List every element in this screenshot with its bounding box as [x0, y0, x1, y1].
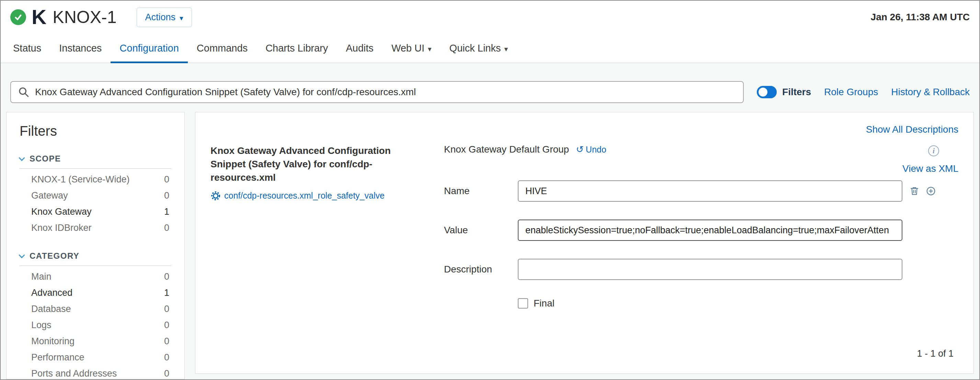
gear-icon — [210, 191, 221, 201]
filter-item-advanced[interactable]: Advanced 1 — [19, 285, 171, 301]
config-property-row: Knox Gateway Advanced Configuration Snip… — [210, 144, 958, 309]
property-title: Knox Gateway Advanced Configuration Snip… — [210, 144, 414, 185]
filter-section-scope-header[interactable]: SCOPE — [19, 154, 171, 164]
toggle-knob — [759, 88, 767, 97]
config-toolbar: Filters Role Groups History & Rollback — [1, 63, 979, 112]
name-row-actions — [909, 186, 936, 196]
tab-status[interactable]: Status — [4, 34, 50, 62]
filter-item-knox-idbroker[interactable]: Knox IDBroker 0 — [19, 220, 171, 236]
tab-audits[interactable]: Audits — [337, 34, 382, 62]
chevron-down-icon — [19, 252, 25, 258]
search-icon — [18, 86, 30, 99]
tab-bar: Status Instances Configuration Commands … — [1, 34, 979, 63]
add-entry-icon[interactable] — [926, 186, 936, 196]
undo-icon: ↺ — [576, 145, 584, 154]
tab-instances[interactable]: Instances — [50, 34, 111, 62]
divider — [19, 168, 171, 169]
filter-section-category: CATEGORY Main 0 Advanced 1 Database 0 — [19, 251, 171, 379]
chevron-down-icon: ▾ — [504, 44, 508, 53]
role-groups-link[interactable]: Role Groups — [824, 86, 878, 97]
name-field-row: Name — [444, 180, 958, 202]
name-input[interactable] — [518, 180, 902, 202]
filter-item-performance[interactable]: Performance 0 — [19, 350, 171, 366]
tab-web-ui[interactable]: Web UI ▾ — [382, 34, 441, 62]
knox-logo-icon: K — [32, 7, 46, 27]
value-field-row: Value — [444, 220, 958, 241]
value-label: Value — [444, 225, 518, 236]
cloudera-manager-window: K KNOX-1 Actions ▾ Jan 26, 11:38 AM UTC … — [0, 0, 980, 380]
config-panel: Show All Descriptions Knox Gateway Advan… — [195, 112, 974, 374]
filters-toggle-label: Filters — [782, 86, 811, 97]
tab-charts-library[interactable]: Charts Library — [256, 34, 337, 62]
property-key-row: conf/cdp-resources.xml_role_safety_valve — [210, 191, 414, 201]
description-input[interactable] — [518, 259, 902, 280]
description-field-row: Description — [444, 259, 958, 280]
chevron-down-icon: ▾ — [428, 44, 432, 53]
delete-entry-icon[interactable] — [909, 186, 920, 196]
filter-item-ports-and-addresses[interactable]: Ports and Addresses 0 — [19, 366, 171, 379]
chevron-down-icon: ▾ — [180, 13, 183, 22]
tab-quick-links[interactable]: Quick Links ▾ — [441, 34, 517, 62]
page-title: KNOX-1 — [52, 7, 116, 27]
filter-item-knox-gateway[interactable]: Knox Gateway 1 — [19, 204, 171, 220]
filter-section-category-header[interactable]: CATEGORY — [19, 251, 171, 261]
description-label: Description — [444, 264, 518, 275]
final-checkbox[interactable] — [518, 298, 528, 308]
search-input[interactable] — [10, 81, 744, 103]
property-title-column: Knox Gateway Advanced Configuration Snip… — [210, 144, 430, 309]
filter-section-scope: SCOPE KNOX-1 (Service-Wide) 0 Gateway 0 … — [19, 154, 171, 236]
show-all-descriptions-link[interactable]: Show All Descriptions — [866, 124, 958, 135]
filter-item-knox1-service-wide[interactable]: KNOX-1 (Service-Wide) 0 — [19, 171, 171, 188]
content-area: Filters SCOPE KNOX-1 (Service-Wide) 0 Ga… — [1, 112, 979, 379]
filter-item-monitoring[interactable]: Monitoring 0 — [19, 333, 171, 350]
view-as-xml-link[interactable]: View as XML — [902, 163, 958, 174]
undo-link[interactable]: ↺ Undo — [576, 145, 606, 155]
pagination-label: 1 - 1 of 1 — [917, 348, 954, 359]
info-icon[interactable]: i — [928, 145, 939, 156]
timestamp: Jan 26, 11:38 AM UTC — [871, 12, 970, 23]
filter-item-main[interactable]: Main 0 — [19, 269, 171, 285]
health-good-icon — [10, 9, 26, 25]
search-box — [10, 81, 744, 103]
filters-toggle[interactable] — [757, 86, 777, 98]
filter-item-database[interactable]: Database 0 — [19, 301, 171, 317]
filters-panel-title: Filters — [19, 123, 171, 139]
name-label: Name — [444, 185, 518, 196]
history-rollback-link[interactable]: History & Rollback — [891, 86, 970, 97]
property-fields: Name — [444, 180, 958, 309]
role-group-name: Knox Gateway Default Group — [444, 144, 569, 155]
property-key-link[interactable]: conf/cdp-resources.xml_role_safety_valve — [224, 191, 385, 201]
tab-configuration[interactable]: Configuration — [111, 34, 188, 62]
final-label: Final — [534, 298, 555, 309]
role-group-row: Knox Gateway Default Group ↺ Undo — [444, 144, 958, 155]
actions-button[interactable]: Actions ▾ — [137, 8, 192, 27]
final-field-row: Final — [518, 298, 958, 309]
filters-panel: Filters SCOPE KNOX-1 (Service-Wide) 0 Ga… — [6, 112, 185, 379]
service-header: K KNOX-1 Actions ▾ Jan 26, 11:38 AM UTC — [1, 1, 979, 34]
value-input[interactable] — [518, 220, 902, 241]
filters-toggle-group: Filters — [757, 86, 811, 98]
tab-commands[interactable]: Commands — [188, 34, 256, 62]
property-value-column: Knox Gateway Default Group ↺ Undo i View… — [430, 144, 958, 309]
filter-item-gateway[interactable]: Gateway 0 — [19, 188, 171, 204]
chevron-down-icon — [19, 155, 25, 161]
page-body: Filters Role Groups History & Rollback F… — [1, 63, 979, 379]
filter-item-logs[interactable]: Logs 0 — [19, 317, 171, 333]
